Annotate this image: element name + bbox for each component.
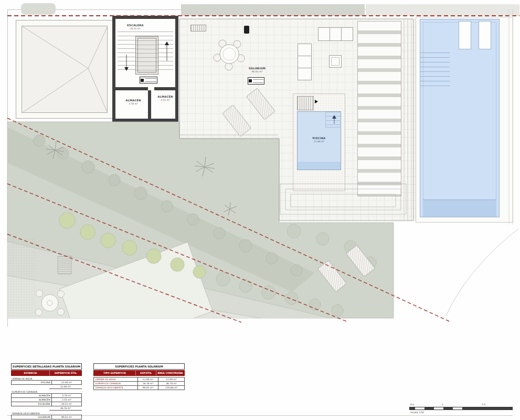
floor-plan-sheet: ESCALERA 20.51 m² ALMACÉN 3.70 m² ALMACÉ… (0, 0, 520, 420)
vent-grille (190, 25, 206, 32)
solarium-label: SOLÁRIUM 90.01 m² (236, 67, 278, 73)
table-row: ALMACÉN 2.55 m² (11, 397, 82, 402)
table-row: TERRAZA DESCUBIERTA 90.01 m² 135.84 m² (93, 385, 185, 390)
shrub-band (7, 127, 315, 292)
header-tipo-superficie: TIPO SUPERFICIE (94, 371, 136, 375)
square-table (329, 55, 342, 68)
sofa-seat (318, 27, 330, 41)
cabinet-cell (298, 68, 312, 80)
piscina-label: PISCINA 12.00 m² (297, 136, 341, 143)
big-pool-ledge (479, 21, 491, 49)
subtotal-row: 12.00 m² (11, 385, 82, 389)
header-estancia: ESTANCIA (12, 371, 50, 375)
terrain-contour-line (446, 229, 518, 316)
scale-bar: 0.5 1 2.5 escala 1/50 (409, 403, 512, 415)
big-pool-ledge (459, 21, 471, 49)
detailed-table-header: ESTANCIA SUPERFICIE ÚTIL (11, 370, 82, 376)
top-left-vegetation (21, 3, 56, 15)
header-sup-util: SUP.ÚTIL (136, 371, 156, 375)
summary-table-title: SUPERFICIES PLANTA SOLÁRIUM (93, 363, 185, 370)
roof-surface (22, 26, 108, 113)
table-row: LÁMINA DE AGUA 12.00 m² 12.00 m² (93, 377, 185, 382)
sheet-bottom-border (7, 415, 513, 416)
chimney (244, 26, 249, 34)
shrub-sketches (34, 135, 302, 276)
cabinet-cell (298, 44, 312, 56)
top-road-band (181, 4, 365, 16)
table-row: SUPERFICIE CERRADA 26.76 m² 36.70 m² (93, 381, 185, 386)
neighbor-stairs (58, 256, 71, 274)
table-row: ALMACÉN 3.70 m² (11, 393, 82, 398)
garden-road (7, 242, 331, 320)
palm-trees (46, 141, 237, 215)
level-marker-icon (249, 79, 252, 82)
table-row: ESCALERA 20.51 m² (11, 402, 82, 406)
scale-tick: 1 (442, 403, 443, 406)
detailed-table-title: SUPERFICIES DETALLADAS PLANTA SOLÁRIUM (11, 363, 82, 370)
table-row: SOLÁRIUM 90.01 m² (11, 415, 82, 419)
sofa-seat (341, 27, 353, 41)
storage-divider-wall (148, 90, 151, 119)
table-row: PISCINA 12.00 m² (11, 380, 82, 385)
small-pool-ledge (325, 112, 341, 128)
summary-table-header: TIPO SUPERFICIE SUP.ÚTIL ÁREA CONSTRUIDA (93, 370, 185, 376)
almacen-pequeno-label: ALMACÉN 2.55 m² (154, 95, 176, 101)
sofa-seat (330, 27, 342, 41)
header-superficie-util: SUPERFICIE ÚTIL (50, 371, 81, 375)
neighbor-terrace (59, 242, 213, 358)
level-marker-icon (141, 79, 144, 82)
level-marker-solarium (248, 77, 264, 85)
pergola-slats (357, 21, 401, 196)
scale-caption: escala 1/50 (410, 411, 424, 414)
gravel-area (7, 239, 36, 318)
scale-bar-graphic (409, 407, 513, 410)
escalera-label: ESCALERA 20.51 m² (119, 24, 152, 30)
summary-areas-table: SUPERFICIES PLANTA SOLÁRIUM TIPO SUPERFI… (93, 363, 185, 390)
storage-wall-right (154, 87, 175, 90)
big-pool-shallow-band (423, 200, 496, 217)
big-pool-inner-line (423, 22, 496, 214)
neighbor-plot (7, 276, 273, 320)
outdoor-sofa (318, 27, 353, 41)
outdoor-cabinet (298, 44, 312, 80)
header-area-construida: ÁREA CONSTRUIDA (156, 371, 184, 375)
neighbor-round-table (36, 290, 65, 316)
big-pool-stairs (420, 52, 450, 87)
scale-tick: 0.5 (410, 403, 414, 406)
sheet-left-border (7, 9, 8, 327)
small-pool-shallow-band (298, 162, 341, 170)
scale-tick: 2.5 (482, 403, 485, 406)
garden-loungers (318, 245, 375, 292)
stair-flight-inner (137, 38, 156, 72)
cabinet-cell (298, 56, 312, 68)
pool-steps (297, 96, 314, 110)
gray-tree-row (216, 224, 376, 316)
storage-wall-left (115, 87, 148, 90)
almacen-grande-label: ALMACÉN 3.70 m² (120, 99, 147, 105)
subtotal-row: 26.76 m² (11, 406, 82, 411)
detailed-areas-table: SUPERFICIES DETALLADAS PLANTA SOLÁRIUM E… (11, 363, 82, 420)
square-table-inner (331, 57, 339, 66)
green-tree-row (59, 213, 206, 278)
level-marker-stairs (140, 77, 157, 83)
top-road-band-light (366, 4, 519, 16)
